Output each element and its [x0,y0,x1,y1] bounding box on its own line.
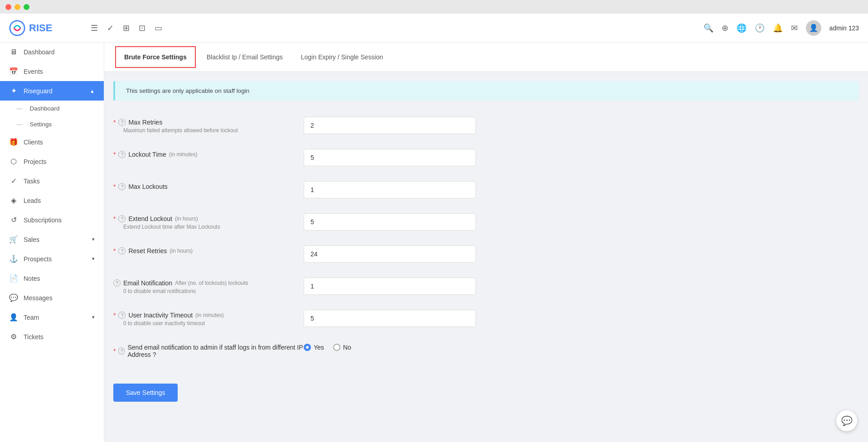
clock-icon[interactable]: 🕐 [755,23,765,33]
form-label-extend-lockout: * ? Extend Lockout (in hours) Extend Loc… [113,213,304,230]
sidebar-item-tickets[interactable]: ⚙ Tickets [0,327,104,346]
sidebar-item-prospects[interactable]: ⚓ Prospects ▾ [0,249,104,269]
search-icon[interactable]: 🔍 [703,23,713,33]
chevron-down-icon: ▾ [92,256,95,262]
label-sub-user-inactivity: 0 to disable user inactivity timeout [113,320,304,327]
dash-icon: — [16,105,23,112]
required-star: * [113,151,116,158]
save-settings-button[interactable]: Save Settings [113,384,178,402]
svg-point-0 [10,20,24,35]
logo-text: RISE [29,22,52,34]
sidebar-item-subscriptions[interactable]: ↺ Subscriptions [0,210,104,230]
label-sub-extend-lockout: Extend Lockout time after Max Lockouts [113,224,304,230]
sidebar-item-label: Riseguard [24,87,53,95]
chevron-down-icon: ▾ [92,236,95,242]
sidebar-item-messages[interactable]: 💬 Messages [0,288,104,307]
close-button[interactable] [5,4,11,10]
top-nav: RISE ☰ ✓ ⊞ ⊡ ▭ 🔍 ⊕ 🌐 🕐 🔔 ✉ 👤 admin 123 [0,14,868,43]
sidebar: 🖥 Dashboard 📅 Events ✦ Riseguard ▲ — Das… [0,43,104,442]
info-icon-send-email[interactable]: ? [118,347,125,355]
email-notification-input[interactable] [304,278,476,295]
info-icon-max-retries[interactable]: ? [118,119,126,126]
radio-label-no: No [343,344,351,351]
form-input-wrap-max-retries [304,117,859,134]
monitor-icon[interactable]: ▭ [155,23,162,33]
main-layout: 🖥 Dashboard 📅 Events ✦ Riseguard ▲ — Das… [0,43,868,442]
chat-bubble-button[interactable]: 💬 [836,410,857,431]
form-input-wrap-email-notification [304,278,859,295]
unit-extend-lockout: (in hours) [175,216,198,222]
sidebar-item-label: Tickets [24,333,44,341]
reset-retries-input[interactable] [304,245,476,263]
required-star: * [113,347,116,355]
label-text-max-retries: Max Retries [128,119,162,126]
user-inactivity-input[interactable] [304,310,476,327]
max-lockouts-input[interactable] [304,181,476,198]
form-input-wrap-max-lockouts [304,181,859,198]
sidebar-item-riseguard[interactable]: ✦ Riseguard ▲ [0,81,104,101]
info-icon-extend-lockout[interactable]: ? [118,215,126,222]
logo: RISE [9,20,82,36]
sidebar-item-team[interactable]: 👤 Team ▾ [0,307,104,327]
radio-btn-yes[interactable] [304,344,311,351]
maximize-button[interactable] [24,4,29,10]
sidebar-item-riseguard-dashboard[interactable]: — Dashboard [0,101,104,116]
menu-icon[interactable]: ☰ [91,23,98,33]
tab-blacklist[interactable]: Blacklist Ip / Email Settings [198,45,292,69]
form-row-extend-lockout: * ? Extend Lockout (in hours) Extend Loc… [113,206,859,238]
avatar: 👤 [806,20,821,36]
check-circle-icon[interactable]: ✓ [107,23,114,33]
sidebar-item-tasks[interactable]: ✓ Tasks [0,171,104,191]
unit-user-inactivity: (in minutes) [195,312,224,318]
form-input-wrap-extend-lockout [304,213,859,231]
radio-group-send-email: Yes No [304,342,859,351]
info-icon-max-lockouts[interactable]: ? [118,183,126,190]
label-text-email-notification: Email Notification [123,279,172,287]
mail-icon[interactable]: ✉ [791,23,798,33]
sidebar-item-leads[interactable]: ◈ Leads [0,191,104,210]
globe-icon[interactable]: 🌐 [737,23,747,33]
radio-btn-no[interactable] [333,344,340,351]
riseguard-icon: ✦ [9,86,18,95]
radio-option-no[interactable]: No [333,344,351,351]
info-icon-user-inactivity[interactable]: ? [118,312,126,319]
info-banner: This settings are only applicable on sta… [113,81,859,101]
projects-icon: ⬡ [9,157,18,166]
sidebar-item-label: Tasks [24,178,40,185]
form-row-send-email: * ? Send email notification to admin if … [113,335,859,365]
sidebar-item-dashboard[interactable]: 🖥 Dashboard [0,43,104,62]
tab-login-expiry[interactable]: Login Expiry / Single Session [292,45,392,69]
sidebar-item-sales[interactable]: 🛒 Sales ▾ [0,230,104,249]
grid-icon[interactable]: ⊞ [123,23,130,33]
title-bar [0,0,868,14]
info-icon-lockout-time[interactable]: ? [118,151,126,158]
sidebar-item-label: Sales [24,236,39,243]
plus-circle-icon[interactable]: ⊕ [722,23,728,33]
messages-icon: 💬 [9,293,18,302]
sidebar-item-riseguard-settings[interactable]: — Settings [0,116,104,132]
sidebar-item-label: Leads [24,197,41,204]
tab-brute-force[interactable]: Brute Force Settings [115,46,196,68]
info-icon-reset-retries[interactable]: ? [118,247,126,255]
max-retries-input[interactable] [304,117,476,134]
info-icon-email-notification[interactable]: ? [113,279,121,287]
label-text-reset-retries: Reset Retries [128,247,167,255]
lockout-time-input[interactable] [304,149,476,166]
sidebar-item-events[interactable]: 📅 Events [0,62,104,81]
form-label-max-lockouts: * ? Max Lockouts [113,181,304,190]
dashboard-icon: 🖥 [9,48,18,56]
label-text-send-email: Send email notification to admin if staf… [127,344,304,358]
sidebar-item-label: Dashboard [24,48,55,56]
bell-icon[interactable]: 🔔 [773,23,783,33]
minimize-button[interactable] [15,4,20,10]
briefcase-icon[interactable]: ⊡ [139,23,145,33]
label-sub-email-notification: 0 to disable email notifications [113,288,304,294]
required-star: * [113,312,116,319]
sidebar-item-clients[interactable]: 🎁 Clients [0,132,104,152]
prospects-icon: ⚓ [9,255,18,263]
extend-lockout-input[interactable] [304,213,476,231]
sidebar-item-notes[interactable]: 📄 Notes [0,269,104,288]
sidebar-item-projects[interactable]: ⬡ Projects [0,152,104,171]
radio-option-yes[interactable]: Yes [304,344,324,351]
radio-label-yes: Yes [314,344,324,351]
